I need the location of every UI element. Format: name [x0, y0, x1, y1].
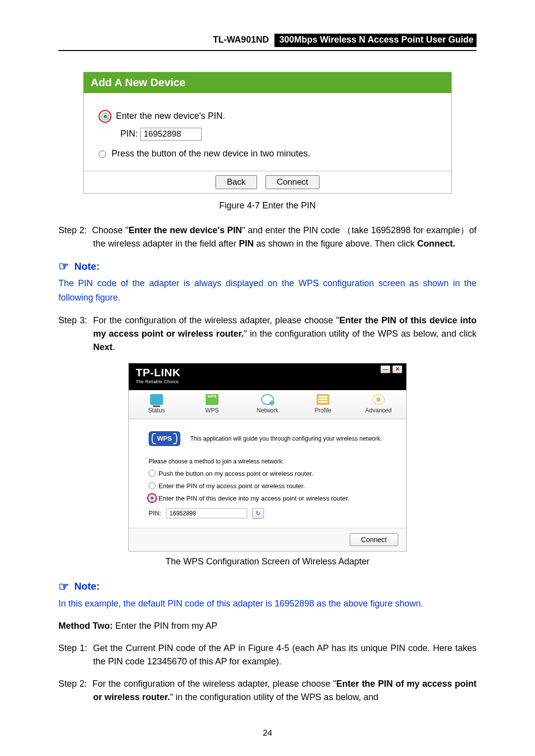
note-heading: ☞ Note:	[58, 580, 477, 594]
page-number: 24	[0, 728, 535, 738]
choose-method-text: Please choose a method to join a wireles…	[149, 458, 386, 465]
figure-caption: Figure 4-7 Enter the PIN	[58, 201, 477, 211]
radio-icon	[99, 151, 106, 158]
document-title: 300Mbps Wireless N Access Point User Gui…	[274, 34, 477, 47]
tplink-tagline: The Reliable Choice	[136, 379, 401, 384]
tab-status[interactable]: Status	[129, 390, 184, 419]
wps-tab-icon: WPS	[206, 394, 218, 405]
option-press-button-label: Press the button of the new device in tw…	[111, 149, 310, 158]
option-press-button[interactable]: Press the button of the new device in tw…	[99, 149, 436, 159]
step-2: Step 2: Choose "Enter the new device's P…	[58, 224, 477, 251]
method2-step-1: Step 1: Get the Current PIN code of the …	[58, 642, 477, 668]
pin-label: PIN:	[149, 509, 161, 517]
option-push-button[interactable]: Push the button on my access point or wi…	[149, 470, 386, 477]
option-enter-pin-label: Enter the new device's PIN.	[116, 111, 225, 121]
tab-wps[interactable]: WPSWPS	[184, 390, 240, 419]
profile-icon	[317, 394, 329, 405]
note-body: The PIN code of the adapter is always di…	[58, 276, 477, 305]
note-label: Note:	[74, 261, 100, 272]
back-button[interactable]: Back	[215, 175, 257, 189]
step-label: Step 1:	[58, 643, 87, 653]
model-number: TL-WA901ND	[213, 35, 269, 45]
wps-guide-text: This application will guide you through …	[190, 435, 382, 442]
step-label: Step 2:	[58, 679, 87, 689]
step-label: Step 2:	[58, 225, 87, 235]
method2-step-2: Step 2: For the configuration of the wir…	[58, 677, 477, 704]
note-label: Note:	[74, 581, 100, 592]
close-icon[interactable]: ✕	[392, 365, 402, 373]
option-enter-ap-pin[interactable]: Enter the PIN of my access point or wire…	[149, 482, 386, 490]
option-enter-device-pin[interactable]: Enter the PIN of this device into my acc…	[149, 495, 386, 502]
connect-button[interactable]: Connect	[350, 533, 398, 546]
utility-tabs: Status WPSWPS Network Profile Advanced	[129, 390, 406, 419]
hand-pointer-icon: ☞	[58, 259, 69, 273]
add-device-panel: Add A New Device Enter the new device's …	[83, 72, 452, 194]
step-label: Step 3:	[58, 315, 87, 325]
hand-pointer-icon: ☞	[58, 580, 69, 594]
wps-badge-icon: WPS	[149, 431, 180, 446]
radio-icon	[102, 113, 109, 120]
panel-title: Add A New Device	[84, 72, 451, 93]
note-body: In this example, the default PIN code of…	[58, 597, 477, 611]
tab-profile[interactable]: Profile	[295, 390, 351, 419]
pin-label: PIN:	[120, 129, 138, 139]
pin-input[interactable]: 16952898	[166, 508, 247, 518]
document-header: TL-WA901ND 300Mbps Wireless N Access Poi…	[58, 34, 477, 51]
minimize-icon[interactable]: —	[380, 365, 390, 373]
tab-network[interactable]: Network	[240, 390, 295, 419]
refresh-pin-button[interactable]: ↻	[252, 508, 264, 519]
note-heading: ☞ Note:	[58, 259, 477, 273]
figure-caption-2: The WPS Configuration Screen of Wireless…	[58, 556, 477, 567]
option-enter-pin[interactable]: Enter the new device's PIN.	[99, 110, 436, 123]
radio-icon	[149, 470, 156, 477]
radio-highlight-icon	[149, 495, 156, 502]
status-icon	[150, 394, 163, 405]
network-icon	[261, 394, 274, 405]
method-two-heading: Method Two: Enter the PIN from my AP	[58, 619, 477, 633]
connect-button[interactable]: Connect	[266, 175, 320, 189]
utility-titlebar: TP-LINK The Reliable Choice — ✕	[129, 363, 406, 390]
tplink-logo: TP-LINK	[136, 366, 401, 379]
tplink-utility-window: TP-LINK The Reliable Choice — ✕ Status W…	[128, 363, 407, 552]
advanced-icon	[372, 394, 385, 405]
pin-input[interactable]: 16952898	[140, 128, 202, 141]
radio-icon	[149, 482, 156, 489]
step-3: Step 3: For the configuration of the wir…	[58, 314, 477, 354]
tab-advanced[interactable]: Advanced	[351, 390, 406, 419]
radio-highlight-icon	[99, 110, 111, 123]
